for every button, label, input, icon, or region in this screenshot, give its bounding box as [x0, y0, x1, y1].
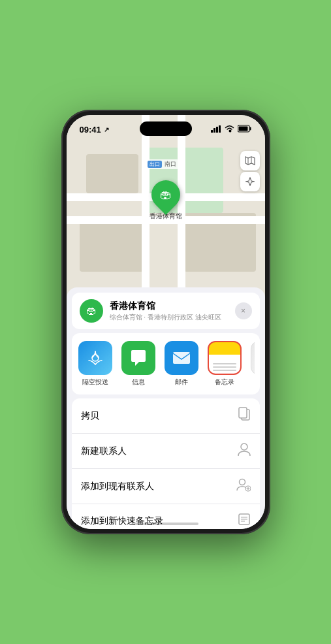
notes-line [213, 370, 236, 371]
battery-icon [238, 125, 252, 134]
bottom-sheet: 🏟 香港体育馆 综合体育馆 · 香港特别行政区 油尖旺区 × [67, 287, 265, 529]
location-pin: 🏟 香港体育馆 [150, 180, 182, 221]
action-new-contact[interactable]: 新建联系人 [72, 434, 260, 469]
phone-screen: 09:41 ↗ [67, 115, 265, 529]
share-app-messages[interactable]: 信息 [120, 341, 157, 387]
svg-rect-6 [238, 127, 247, 131]
svg-rect-2 [216, 127, 218, 133]
new-contact-label: 新建联系人 [81, 445, 127, 457]
location-venue-icon: 🏟 [80, 299, 103, 323]
map-controls [240, 151, 260, 191]
status-icons [211, 125, 252, 134]
action-add-notes[interactable]: 添加到新快速备忘录 [72, 504, 260, 529]
location-arrow-icon: ↗ [104, 126, 109, 133]
svg-point-14 [239, 479, 245, 485]
map-block [86, 154, 138, 193]
svg-rect-12 [239, 408, 247, 418]
close-button[interactable]: × [235, 302, 252, 319]
more-icon [251, 341, 255, 375]
location-button[interactable] [240, 172, 260, 191]
wifi-icon [225, 125, 234, 134]
status-time: 09:41 ↗ [80, 125, 109, 135]
location-name: 香港体育馆 [110, 300, 229, 312]
airdrop-icon [78, 341, 112, 375]
svg-point-13 [241, 443, 247, 450]
copy-label: 拷贝 [81, 410, 99, 422]
svg-rect-10 [173, 352, 190, 364]
share-app-airdrop[interactable]: 隔空投送 [77, 341, 114, 387]
messages-icon [121, 341, 155, 375]
map-label-text: 南口 [165, 161, 176, 167]
phone-frame: 09:41 ↗ [61, 110, 270, 534]
notes-icon [208, 341, 242, 375]
messages-label: 信息 [132, 378, 145, 387]
map-block-2 [80, 219, 145, 272]
svg-point-9 [92, 355, 99, 361]
svg-rect-5 [249, 127, 251, 131]
pin-symbol: 🏟 [160, 188, 172, 202]
notes-lines [213, 363, 236, 371]
share-apps-row: 隔空投送 信息 [72, 333, 260, 394]
location-card: 🏟 香港体育馆 综合体育馆 · 香港特别行政区 油尖旺区 × [72, 293, 260, 329]
action-copy[interactable]: 拷贝 [72, 398, 260, 434]
svg-rect-3 [219, 125, 221, 133]
map-type-button[interactable] [240, 151, 260, 170]
share-app-notes[interactable]: 备忘录 [206, 341, 243, 387]
svg-rect-1 [213, 128, 215, 133]
share-apps-list: 隔空投送 信息 [77, 341, 255, 387]
location-subtitle: 综合体育馆 · 香港特别行政区 油尖旺区 [110, 313, 229, 322]
signal-icon [211, 125, 221, 134]
location-info: 香港体育馆 综合体育馆 · 香港特别行政区 油尖旺区 [110, 300, 229, 322]
share-app-more[interactable]: 更多 [249, 341, 255, 387]
map-entrance-label: 出口 南口 [145, 159, 180, 169]
time-display: 09:41 [80, 125, 101, 135]
close-icon: × [241, 306, 245, 315]
action-list: 拷贝 新建联系人 [72, 398, 260, 529]
airdrop-label: 隔空投送 [82, 378, 108, 387]
notes-label: 备忘录 [215, 378, 234, 387]
action-add-existing[interactable]: 添加到现有联系人 [72, 469, 260, 504]
add-notes-icon [238, 513, 251, 529]
new-contact-icon [238, 442, 251, 460]
pin-icon: 🏟 [145, 174, 185, 215]
dynamic-island [140, 121, 192, 136]
add-existing-icon [236, 477, 251, 495]
home-indicator [133, 523, 198, 525]
mail-label: 邮件 [175, 378, 188, 387]
share-app-mail[interactable]: 邮件 [163, 341, 200, 387]
mail-icon [165, 341, 198, 375]
notes-line [213, 366, 236, 368]
notes-line [213, 363, 236, 364]
copy-icon [238, 407, 251, 425]
svg-rect-0 [211, 130, 213, 133]
add-existing-label: 添加到现有联系人 [81, 481, 154, 492]
